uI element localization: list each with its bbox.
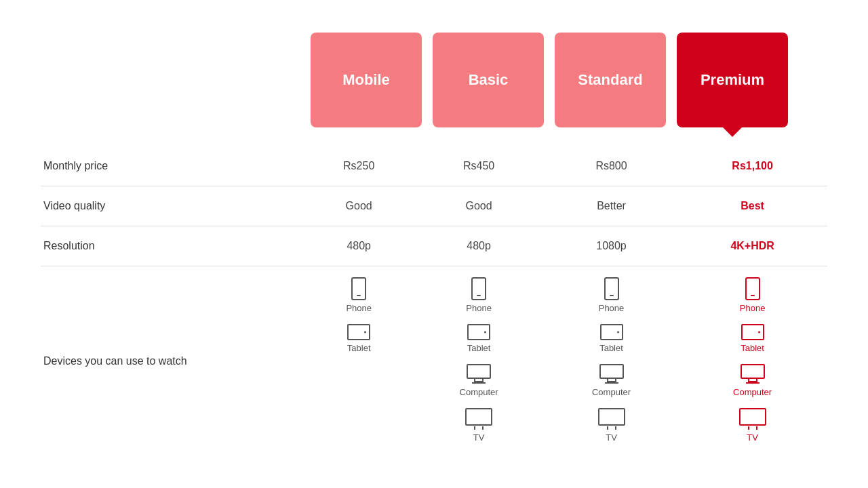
tv-icon-premium <box>739 408 766 430</box>
device-list-mobile: Phone Tablet <box>305 277 412 353</box>
phone-icon-basic <box>471 277 486 300</box>
row-devices: Devices you can use to watch Phone Table… <box>41 266 827 456</box>
resolution-premium: 4K+HDR <box>677 226 827 266</box>
row-monthly-price: Monthly price Rs250 Rs450 Rs800 Rs1,100 <box>41 146 827 186</box>
tablet-icon <box>347 324 370 340</box>
resolution-basic: 480p <box>412 226 545 266</box>
device-label-basic-tv: TV <box>473 432 485 443</box>
device-label-premium-tv: TV <box>747 432 758 443</box>
plan-headers: Mobile Basic Standard Premium <box>41 33 827 127</box>
phone-icon-standard <box>604 277 619 300</box>
device-standard-computer: Computer <box>592 364 631 397</box>
device-standard-tablet: Tablet <box>599 324 623 353</box>
device-premium-tablet: Tablet <box>741 324 764 353</box>
device-premium-computer: Computer <box>733 364 772 397</box>
device-basic-tablet: Tablet <box>467 324 491 353</box>
device-standard-phone: Phone <box>599 277 625 313</box>
device-label-premium-tablet: Tablet <box>741 343 764 353</box>
computer-icon-basic <box>467 364 491 384</box>
devices-premium: Phone Tablet Computer <box>677 266 827 456</box>
quality-premium: Best <box>677 186 827 226</box>
resolution-mobile: 480p <box>305 226 412 266</box>
device-basic-tv: TV <box>465 408 492 443</box>
plan-label-standard: Standard <box>578 71 642 89</box>
tablet-icon-basic <box>467 324 490 340</box>
device-label-basic-tablet: Tablet <box>467 343 491 353</box>
row-video-quality: Video quality Good Good Better Best <box>41 186 827 226</box>
row-label-price: Monthly price <box>41 146 305 186</box>
plan-card-basic[interactable]: Basic <box>433 33 544 127</box>
computer-icon-premium <box>741 364 765 384</box>
row-label-devices: Devices you can use to watch <box>41 266 305 456</box>
devices-standard: Phone Tablet Computer <box>545 266 677 456</box>
device-label-basic-phone: Phone <box>466 303 492 313</box>
device-basic-computer: Computer <box>460 364 498 397</box>
phone-icon-premium <box>745 277 760 300</box>
comparison-table: Monthly price Rs250 Rs450 Rs800 Rs1,100 … <box>41 146 827 456</box>
device-list-basic: Phone Tablet Computer <box>412 277 545 443</box>
price-basic: Rs450 <box>412 146 545 186</box>
price-standard: Rs800 <box>545 146 677 186</box>
quality-mobile: Good <box>305 186 412 226</box>
plan-card-premium[interactable]: Premium <box>677 33 788 127</box>
devices-basic: Phone Tablet Computer <box>412 266 545 456</box>
device-mobile-tablet: Tablet <box>347 324 371 353</box>
resolution-standard: 1080p <box>545 226 677 266</box>
tv-icon-basic <box>465 408 492 430</box>
device-label-premium-computer: Computer <box>733 387 772 397</box>
phone-icon <box>351 277 366 300</box>
plan-label-premium: Premium <box>701 71 764 89</box>
price-mobile: Rs250 <box>305 146 412 186</box>
quality-basic: Good <box>412 186 545 226</box>
device-label-standard-computer: Computer <box>592 387 631 397</box>
device-label-phone: Phone <box>346 303 372 313</box>
tv-icon-standard <box>598 408 625 430</box>
device-label-basic-computer: Computer <box>460 387 498 397</box>
tablet-icon-premium <box>741 324 764 340</box>
device-label-standard-tv: TV <box>606 432 617 443</box>
device-list-standard: Phone Tablet Computer <box>545 277 677 443</box>
device-standard-tv: TV <box>598 408 625 443</box>
plan-card-mobile[interactable]: Mobile <box>311 33 422 127</box>
quality-standard: Better <box>545 186 677 226</box>
row-label-video-quality: Video quality <box>41 186 305 226</box>
devices-mobile: Phone Tablet <box>305 266 412 456</box>
device-label-premium-phone: Phone <box>740 303 766 313</box>
tablet-icon-standard <box>600 324 623 340</box>
device-label-tablet: Tablet <box>347 343 371 353</box>
device-label-standard-phone: Phone <box>599 303 625 313</box>
row-resolution: Resolution 480p 480p 1080p 4K+HDR <box>41 226 827 266</box>
plan-label-basic: Basic <box>469 71 509 89</box>
device-basic-phone: Phone <box>466 277 492 313</box>
row-label-resolution: Resolution <box>41 226 305 266</box>
pricing-table: Mobile Basic Standard Premium Monthly pr… <box>41 33 827 456</box>
price-premium: Rs1,100 <box>677 146 827 186</box>
device-list-premium: Phone Tablet Computer <box>677 277 827 443</box>
device-premium-phone: Phone <box>740 277 766 313</box>
device-mobile-phone: Phone <box>346 277 372 313</box>
computer-icon-standard <box>599 364 624 384</box>
plan-card-standard[interactable]: Standard <box>555 33 666 127</box>
device-label-standard-tablet: Tablet <box>599 343 623 353</box>
device-premium-tv: TV <box>739 408 766 443</box>
plan-label-mobile: Mobile <box>342 71 390 89</box>
